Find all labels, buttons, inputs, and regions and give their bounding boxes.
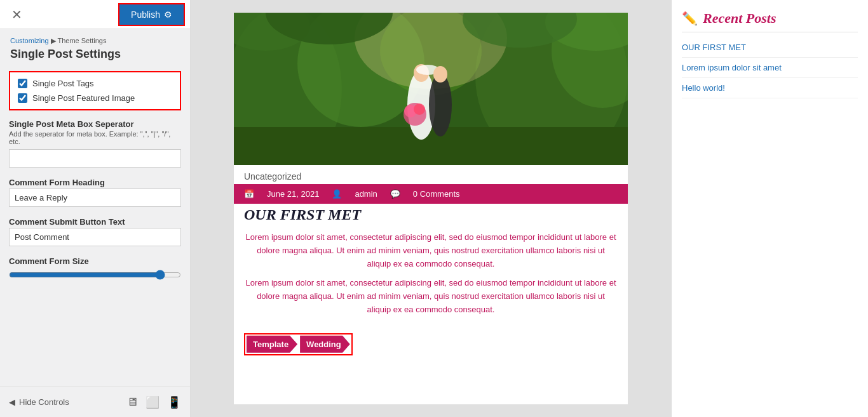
comment-submit-label: Comment Submit Button Text (9, 217, 181, 227)
post-author: admin (355, 189, 377, 199)
comment-form-heading-input[interactable] (9, 189, 181, 207)
tag-wedding[interactable]: Wedding (300, 336, 350, 353)
desktop-icon-button[interactable]: 🖥 (126, 395, 138, 409)
svg-rect-7 (234, 127, 628, 165)
post-body-para2: Lorem ipsum dolor sit amet, consectetur … (244, 277, 618, 316)
slider-container (9, 270, 181, 282)
featured-image (234, 13, 628, 165)
single-post-tags-checkbox[interactable]: Single Post Tags (18, 79, 172, 88)
main-content: Uncategorized 📅 June 21, 2021 👤 admin 💬 … (191, 0, 671, 417)
hide-controls-button[interactable]: ◀ Hide Controls (9, 397, 69, 407)
comment-form-size-slider[interactable] (9, 270, 181, 280)
settings-content: Single Post Tags Single Post Featured Im… (0, 63, 190, 387)
publish-label: Publish (131, 10, 160, 20)
top-bar: ✕ Publish ⚙ (0, 0, 190, 29)
hide-controls-label: Hide Controls (19, 397, 69, 407)
tablet-icon-button[interactable]: ⬜ (146, 395, 159, 409)
tags-red-box: Template Wedding (244, 333, 353, 355)
date-icon: 📅 (244, 189, 254, 199)
single-post-featured-image-checkbox[interactable]: Single Post Featured Image (18, 93, 172, 103)
breadcrumb-area: Customizing ▶ Theme Settings Single Post… (0, 29, 190, 63)
breadcrumb-separator: ▶ (51, 37, 58, 44)
recent-posts-header: ✏️ Recent Posts (682, 10, 858, 27)
comment-form-heading-group: Comment Form Heading (9, 178, 181, 207)
divider (682, 32, 858, 32)
post-container: Uncategorized 📅 June 21, 2021 👤 admin 💬 … (234, 13, 628, 404)
tags-area: Template Wedding (234, 323, 628, 362)
device-icons: 🖥 ⬜ 📱 (126, 395, 181, 409)
meta-box-sublabel: Add the seperator for meta box. Example:… (9, 130, 181, 145)
post-category: Uncategorized (234, 165, 628, 184)
recent-post-3[interactable]: Hello world! (682, 78, 858, 98)
gear-icon: ⚙ (164, 10, 172, 20)
comment-form-size-group: Comment Form Size (9, 256, 181, 282)
post-comments: 0 Comments (413, 189, 460, 199)
comment-submit-group: Comment Submit Button Text (9, 217, 181, 246)
featured-image-checkbox-input[interactable] (18, 93, 27, 103)
mobile-icon-button[interactable]: 📱 (167, 395, 181, 409)
post-body: Lorem ipsum dolor sit amet, consectetur … (234, 231, 628, 317)
post-date: June 21, 2021 (267, 189, 319, 199)
breadcrumb-section: Theme Settings (57, 37, 106, 44)
comment-form-size-label: Comment Form Size (9, 256, 181, 266)
section-title: Single Post Settings (10, 48, 180, 61)
author-icon: 👤 (332, 189, 342, 199)
tags-checkbox-label: Single Post Tags (32, 79, 94, 88)
meta-box-field-group: Single Post Meta Box Seperator Add the s… (9, 119, 181, 168)
close-button[interactable]: ✕ (6, 4, 27, 25)
meta-box-input[interactable] (9, 149, 181, 168)
post-title: OUR FIRST MET (234, 204, 628, 231)
recent-post-2[interactable]: Lorem ipsum dolor sit amet (682, 58, 858, 78)
comment-submit-input[interactable] (9, 228, 181, 246)
tags-checkbox-input[interactable] (18, 79, 27, 88)
breadcrumb: Customizing ▶ Theme Settings (10, 37, 180, 45)
breadcrumb-parent[interactable]: Customizing (10, 37, 49, 44)
bottom-bar: ◀ Hide Controls 🖥 ⬜ 📱 (0, 387, 190, 417)
recent-post-1[interactable]: OUR FIRST MET (682, 37, 858, 58)
recent-posts-title: Recent Posts (703, 10, 776, 27)
featured-image-checkbox-label: Single Post Featured Image (32, 93, 135, 103)
publish-button[interactable]: Publish ⚙ (119, 4, 184, 25)
meta-box-label: Single Post Meta Box Seperator (9, 119, 181, 129)
svg-point-15 (414, 103, 425, 115)
hide-controls-icon: ◀ (9, 397, 15, 407)
tag-template[interactable]: Template (247, 336, 297, 353)
post-meta-bar: 📅 June 21, 2021 👤 admin 💬 0 Comments (234, 184, 628, 204)
checkbox-group: Single Post Tags Single Post Featured Im… (9, 71, 181, 110)
comments-icon: 💬 (390, 189, 400, 199)
svg-point-12 (433, 66, 447, 83)
post-body-para1: Lorem ipsum dolor sit amet, consectetur … (244, 231, 618, 270)
comment-form-heading-label: Comment Form Heading (9, 178, 181, 187)
right-panel: ✏️ Recent Posts OUR FIRST MET Lorem ipsu… (671, 0, 868, 417)
left-panel: ✕ Publish ⚙ Customizing ▶ Theme Settings… (0, 0, 191, 417)
pencil-icon: ✏️ (682, 11, 698, 26)
